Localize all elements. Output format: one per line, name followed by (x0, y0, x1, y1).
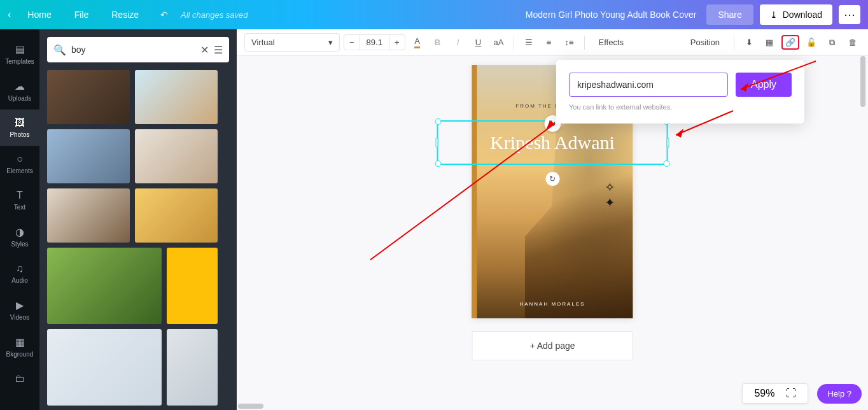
effects-button[interactable]: Effects (591, 34, 632, 51)
save-status: All changes saved (181, 10, 248, 20)
cover-bottom-name[interactable]: HANNAH MORALES (472, 301, 633, 307)
photo-thumb[interactable] (47, 248, 162, 324)
italic-button[interactable]: I (450, 34, 466, 51)
photo-thumb[interactable] (135, 129, 218, 183)
link-icon: 🔗 (785, 38, 795, 47)
canvas-area: Virtual▾ − 89.1 + A B I U aA ☰ ≡ ↕≡ Effe… (237, 29, 868, 410)
align-button[interactable]: ☰ (521, 34, 537, 51)
search-input[interactable] (71, 45, 195, 55)
link-button[interactable]: 🔗 (781, 35, 799, 50)
link-url-input[interactable] (569, 73, 728, 97)
rail-elements[interactable]: ○Elements (0, 146, 39, 182)
selection-box[interactable]: Kripesh Adwani ↻ (437, 120, 668, 165)
folder-icon: 🗀 (0, 373, 39, 385)
rail-text[interactable]: TText (0, 182, 39, 218)
resize-button[interactable]: Resize (102, 6, 148, 24)
cover-author[interactable]: Kripesh Adwani (490, 132, 615, 153)
text-icon: T (0, 190, 39, 201)
workspace[interactable]: FROM THE DIARY OF Kripesh Adwani ↻ ↻ ✧✦ … (237, 56, 868, 410)
share-button[interactable]: Share (706, 4, 753, 25)
size-increase[interactable]: + (389, 35, 405, 50)
zoom-value: 59% (754, 388, 774, 399)
photo-thumb[interactable] (47, 70, 130, 124)
chevron-down-icon: ▾ (328, 38, 333, 47)
apply-button[interactable]: Apply (736, 73, 792, 97)
vertical-scrollbar[interactable] (860, 56, 865, 410)
sync-icon[interactable]: ↻ (545, 172, 559, 186)
home-button[interactable]: Home (18, 6, 60, 24)
rail-photos[interactable]: 🖼Photos (0, 110, 39, 146)
photo-thumb[interactable] (47, 329, 162, 406)
clear-icon[interactable]: ✕ (200, 44, 209, 56)
transparency-icon[interactable]: ▦ (761, 34, 778, 51)
zoom-control[interactable]: 59% ⛶ (742, 383, 808, 404)
rail-templates[interactable]: ▤Templates (0, 36, 39, 73)
bkground-icon: ▦ (0, 336, 39, 348)
photo-thumb[interactable] (47, 129, 130, 183)
duplicate-icon[interactable]: ⧉ (823, 34, 840, 51)
sparkle-element[interactable]: ✧✦ (605, 180, 615, 210)
rail-audio[interactable]: ♫Audio (0, 255, 39, 292)
elements-icon: ○ (0, 153, 39, 165)
photo-thumb[interactable] (47, 188, 130, 243)
topbar-left: ‹ Home File Resize ↶ All changes saved (8, 6, 248, 24)
photo-thumb[interactable] (135, 70, 218, 124)
rail-videos[interactable]: ▶Videos (0, 292, 39, 329)
file-button[interactable]: File (66, 6, 98, 24)
undo-icon[interactable]: ↶ (160, 10, 168, 20)
download-icon: ⤓ (770, 10, 778, 20)
bottom-bar: 59% ⛶ Help ? (742, 383, 862, 404)
download-button[interactable]: ⤓Download (760, 4, 832, 25)
topbar: ‹ Home File Resize ↶ All changes saved M… (0, 0, 868, 29)
trash-icon[interactable]: 🗑 (844, 34, 860, 51)
link-popover: Apply You can link to external websites. (556, 60, 804, 124)
fullscreen-icon[interactable]: ⛶ (786, 388, 796, 399)
lock-icon[interactable]: 🔓 (803, 34, 820, 51)
photo-thumb[interactable] (135, 188, 218, 243)
case-button[interactable]: aA (491, 34, 507, 51)
more-button[interactable]: ⋯ (839, 5, 860, 24)
videos-icon: ▶ (0, 299, 39, 311)
add-page-button[interactable]: + Add page (472, 331, 633, 360)
font-size-group: − 89.1 + (344, 34, 405, 50)
context-toolbar: Virtual▾ − 89.1 + A B I U aA ☰ ≡ ↕≡ Effe… (237, 29, 868, 56)
size-decrease[interactable]: − (344, 35, 360, 50)
bold-button[interactable]: B (430, 34, 446, 51)
list-button[interactable]: ≡ (541, 34, 557, 51)
rail-styles[interactable]: ◑Styles (0, 218, 39, 255)
underline-button[interactable]: U (470, 34, 487, 51)
photo-grid (47, 70, 229, 406)
photo-thumb[interactable] (167, 329, 218, 406)
photos-icon: 🖼 (0, 117, 39, 129)
rail-bkground[interactable]: ▦Bkground (0, 329, 39, 365)
search-icon: 🔍 (53, 44, 66, 56)
audio-icon: ♫ (0, 263, 39, 274)
spacing-button[interactable]: ↕≡ (561, 34, 578, 51)
side-panel: 🔍 ✕ ☰ ‹ (39, 29, 237, 410)
photo-thumb[interactable] (167, 248, 218, 324)
help-button[interactable]: Help ? (817, 384, 862, 404)
design-title[interactable]: Modern Girl Photo Young Adult Book Cover (526, 10, 697, 20)
horizontal-scrollbar[interactable] (238, 404, 860, 409)
nav-rail: ▤Templates ☁Uploads 🖼Photos ○Elements TT… (0, 29, 39, 410)
font-select[interactable]: Virtual▾ (244, 33, 340, 52)
link-hint: You can link to external websites. (569, 103, 792, 111)
filter-icon[interactable]: ☰ (214, 44, 223, 56)
uploads-icon: ☁ (0, 80, 39, 92)
font-size-value[interactable]: 89.1 (360, 35, 389, 50)
rail-uploads[interactable]: ☁Uploads (0, 73, 39, 110)
templates-icon: ▤ (0, 43, 39, 55)
back-chevron-icon[interactable]: ‹ (8, 9, 11, 20)
svg-marker-3 (676, 129, 683, 138)
rail-more[interactable]: 🗀 (0, 365, 39, 395)
position-button[interactable]: Position (683, 34, 727, 51)
copy-style-icon[interactable]: ⬇ (741, 34, 757, 51)
search-bar: 🔍 ✕ ☰ (47, 37, 229, 62)
text-color-button[interactable]: A (409, 34, 426, 51)
styles-icon: ◑ (0, 226, 39, 238)
